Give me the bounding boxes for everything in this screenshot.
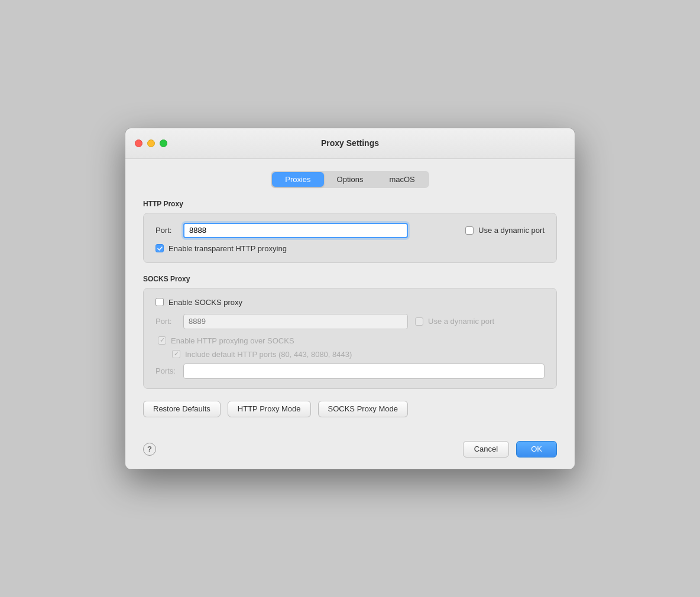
tab-macos[interactable]: macOS	[376, 172, 427, 187]
http-port-input[interactable]	[183, 223, 408, 238]
cancel-button[interactable]: Cancel	[463, 441, 509, 458]
http-proxy-mode-button[interactable]: HTTP Proxy Mode	[228, 401, 311, 417]
tabs-container: Proxies Options macOS	[143, 171, 557, 188]
maximize-button[interactable]	[160, 139, 167, 147]
socks-port-input[interactable]	[183, 314, 408, 329]
socks-port-row: Port: Use a dynamic port	[155, 314, 545, 329]
ok-button[interactable]: OK	[516, 441, 557, 458]
include-default-ports-row: Include default HTTP ports (80, 443, 808…	[172, 350, 545, 359]
http-over-socks-label: Enable HTTP proxying over SOCKS	[158, 336, 545, 345]
http-proxy-section-label: HTTP Proxy	[143, 200, 557, 208]
traffic-lights	[135, 139, 167, 147]
include-default-ports-label: Include default HTTP ports (80, 443, 808…	[172, 350, 545, 359]
enable-socks-label[interactable]: Enable SOCKS proxy	[155, 298, 545, 307]
proxy-settings-window: Proxy Settings Proxies Options macOS HTT…	[125, 128, 575, 469]
port-row: Port:	[155, 223, 458, 238]
window-footer: ? Cancel OK	[125, 431, 575, 469]
footer-right-buttons: Cancel OK	[463, 441, 557, 458]
window-title: Proxy Settings	[321, 138, 379, 148]
socks-dynamic-port-checkbox	[415, 317, 423, 326]
dynamic-port-checkbox[interactable]	[465, 226, 474, 235]
socks-port-label: Port:	[155, 317, 176, 326]
socks-ports-row: Ports:	[155, 364, 545, 379]
bottom-buttons: Restore Defaults HTTP Proxy Mode SOCKS P…	[143, 401, 557, 417]
socks-enable-row: Enable SOCKS proxy	[155, 298, 545, 307]
http-over-socks-row: Enable HTTP proxying over SOCKS	[158, 336, 545, 345]
ports-label: Ports:	[155, 366, 176, 375]
restore-defaults-button[interactable]: Restore Defaults	[143, 401, 221, 417]
transparent-proxy-checkbox[interactable]	[155, 244, 164, 252]
http-over-socks-checkbox	[158, 336, 166, 345]
http-proxy-box: Port: Use a dynamic port Enable transpar…	[143, 213, 557, 263]
transparent-proxy-label[interactable]: Enable transparent HTTP proxying	[155, 244, 545, 253]
transparent-proxy-row: Enable transparent HTTP proxying	[155, 244, 545, 253]
socks-options: Enable HTTP proxying over SOCKS Include …	[158, 336, 545, 359]
socks-dynamic-port-label: Use a dynamic port	[415, 317, 494, 326]
dynamic-port-label[interactable]: Use a dynamic port	[465, 226, 545, 235]
port-label: Port:	[155, 226, 176, 235]
http-proxy-port-row: Port: Use a dynamic port	[155, 223, 545, 238]
window-content: Proxies Options macOS HTTP Proxy Port: U…	[125, 159, 575, 431]
tab-proxies[interactable]: Proxies	[272, 172, 323, 187]
socks-proxy-section-label: SOCKS Proxy	[143, 275, 557, 283]
minimize-button[interactable]	[147, 139, 155, 147]
socks-ports-input[interactable]	[183, 364, 545, 379]
include-default-ports-checkbox	[172, 350, 180, 358]
socks-proxy-mode-button[interactable]: SOCKS Proxy Mode	[318, 401, 409, 417]
tabs: Proxies Options macOS	[271, 171, 429, 188]
title-bar: Proxy Settings	[125, 128, 575, 159]
help-button[interactable]: ?	[143, 443, 156, 456]
socks-proxy-box: Enable SOCKS proxy Port: Use a dynamic p…	[143, 288, 557, 389]
enable-socks-checkbox[interactable]	[155, 298, 164, 306]
tab-options[interactable]: Options	[324, 172, 377, 187]
close-button[interactable]	[135, 139, 142, 147]
